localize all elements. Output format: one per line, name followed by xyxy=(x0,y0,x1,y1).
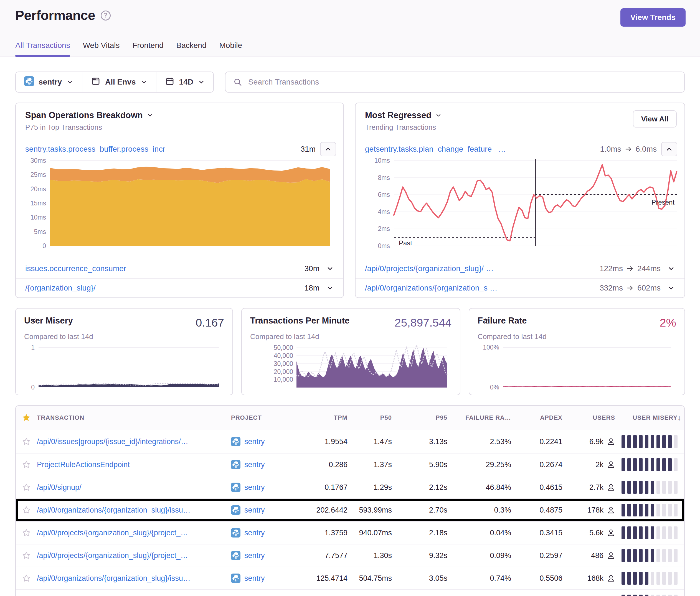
transaction-link[interactable]: /api/0/organizations/{organization_slug}… xyxy=(37,574,191,583)
svg-text:40,000: 40,000 xyxy=(274,352,293,359)
table-row: /api/0/issues|groups/{issue_id}/integrat… xyxy=(16,430,684,453)
transaction-link[interactable]: getsentry.tasks.plan_change_feature_ … xyxy=(365,145,596,154)
favorite-toggle[interactable] xyxy=(16,528,37,538)
misery-bar xyxy=(622,458,625,471)
favorites-column-header[interactable] xyxy=(16,413,37,423)
tab-bar: All TransactionsWeb VitalsFrontendBacken… xyxy=(15,41,242,56)
project-selector[interactable]: sentry xyxy=(16,72,82,92)
table-row xyxy=(16,589,684,596)
tpm-cell: 0.286 xyxy=(300,461,350,469)
view-all-button[interactable]: View All xyxy=(633,110,677,128)
p95-cell: 3.13s xyxy=(395,437,450,446)
p95-cell: 2.12s xyxy=(395,483,450,492)
table-row: /api/0/projects/{organization_slug}/{pro… xyxy=(16,521,684,544)
page-filter-group: sentry All Envs 14D xyxy=(15,72,214,93)
misery-bar xyxy=(674,481,678,494)
expand-chevron[interactable] xyxy=(665,265,677,273)
tab-backend[interactable]: Backend xyxy=(176,41,207,56)
chevron-up-icon xyxy=(324,145,332,153)
transaction-link[interactable]: /api/0/organizations/{organization_slug}… xyxy=(37,506,191,515)
column-header-project[interactable]: PROJECT xyxy=(231,414,300,421)
tpm-title-dropdown[interactable]: Transactions Per Minute xyxy=(250,316,349,326)
expand-chevron[interactable] xyxy=(324,265,336,273)
favorite-toggle[interactable] xyxy=(16,437,37,446)
transaction-cell: /api/0/organizations/{organization_slug}… xyxy=(37,506,231,515)
misery-bar xyxy=(662,595,666,596)
span-ops-title-dropdown[interactable]: Span Operations Breakdown xyxy=(25,110,334,120)
column-header-p95[interactable]: P95 xyxy=(395,414,450,421)
project-link[interactable]: sentry xyxy=(244,529,265,537)
collapse-button[interactable] xyxy=(320,142,336,156)
column-header-transaction[interactable]: TRANSACTION xyxy=(37,414,231,421)
date-range-selector[interactable]: 14D xyxy=(156,72,213,92)
mini-widgets-row: User Misery 0.167 Compared to last 14d 1… xyxy=(15,308,685,395)
misery-bar xyxy=(645,595,648,596)
table-body: /api/0/issues|groups/{issue_id}/integrat… xyxy=(16,430,684,596)
expand-chevron[interactable] xyxy=(324,284,336,292)
misery-bar xyxy=(645,549,648,562)
favorite-toggle[interactable] xyxy=(16,551,37,560)
p50-cell: 593.99ms xyxy=(350,506,395,515)
column-header-users[interactable]: USERS xyxy=(565,414,618,421)
favorite-toggle[interactable] xyxy=(16,483,37,492)
search-box xyxy=(225,72,685,93)
misery-bar xyxy=(627,526,631,539)
transaction-link[interactable]: /api/0/projects/{organization_slug}/{pro… xyxy=(37,551,188,560)
transaction-link[interactable]: /api/0/projects/{organization_slug}/ … xyxy=(365,264,595,273)
search-input[interactable] xyxy=(248,77,676,87)
favorite-toggle[interactable] xyxy=(16,506,37,515)
misery-bar xyxy=(651,458,654,471)
transaction-link[interactable]: sentry.tasks.process_buffer.process_incr xyxy=(25,145,296,154)
tab-all-transactions[interactable]: All Transactions xyxy=(15,41,70,56)
tab-mobile[interactable]: Mobile xyxy=(219,41,242,56)
date-range-label: 14D xyxy=(179,78,193,86)
transaction-link[interactable]: /{organization_slug}/ xyxy=(25,284,300,292)
tpm-cell: 7.7577 xyxy=(300,551,350,560)
expand-chevron[interactable] xyxy=(665,284,677,292)
svg-text:10ms: 10ms xyxy=(374,157,390,164)
project-link[interactable]: sentry xyxy=(244,461,265,469)
table-row: /api/0/organizations/{organization_slug}… xyxy=(16,567,684,589)
transaction-link[interactable]: /api/0/organizations/{organization_s … xyxy=(365,284,595,292)
misery-bar xyxy=(622,526,625,539)
transaction-link[interactable]: issues.occurrence_consumer xyxy=(25,264,300,273)
environment-selector[interactable]: All Envs xyxy=(82,72,156,92)
transaction-link[interactable]: /api/0/projects/{organization_slug}/{pro… xyxy=(37,529,188,537)
misery-bar xyxy=(633,572,637,585)
project-link[interactable]: sentry xyxy=(244,574,265,583)
help-icon[interactable]: ? xyxy=(101,10,111,21)
duration-value: 18m xyxy=(304,284,320,292)
misery-bar xyxy=(674,435,678,448)
failure-rate-title-dropdown[interactable]: Failure Rate xyxy=(478,316,527,326)
view-trends-button[interactable]: View Trends xyxy=(620,8,685,27)
user-icon xyxy=(607,551,615,560)
column-header-apdex[interactable]: APDEX xyxy=(514,414,565,421)
misery-bar xyxy=(627,481,631,494)
transactions-table: TRANSACTIONPROJECTTPMP50P95FAILURE RA…AP… xyxy=(15,405,685,596)
column-header-user-misery[interactable]: USER MISERY ↓ xyxy=(618,414,684,422)
svg-text:20ms: 20ms xyxy=(30,185,46,193)
arrow-right-icon xyxy=(625,145,632,153)
tab-web-vitals[interactable]: Web Vitals xyxy=(83,41,120,56)
column-header-failure-ra-[interactable]: FAILURE RA… xyxy=(450,414,514,421)
transaction-link[interactable]: ProjectRuleActionsEndpoint xyxy=(37,461,130,469)
most-regressed-chart[interactable]: 10ms8ms6ms4ms2ms0msPastPresent xyxy=(363,157,679,250)
collapse-button[interactable] xyxy=(661,142,677,156)
project-link[interactable]: sentry xyxy=(244,437,265,446)
column-header-tpm[interactable]: TPM xyxy=(300,414,350,421)
column-header-p50[interactable]: P50 xyxy=(350,414,395,421)
project-link[interactable]: sentry xyxy=(244,483,265,492)
favorite-toggle[interactable] xyxy=(16,460,37,469)
project-link[interactable]: sentry xyxy=(244,551,265,560)
apdex-cell: 0.2241 xyxy=(514,437,565,446)
span-ops-chart[interactable]: 30ms25ms20ms15ms10ms5ms0 xyxy=(24,157,332,250)
favorite-toggle[interactable] xyxy=(16,574,37,583)
failure-rate-cell: 29.25% xyxy=(450,461,514,469)
user-misery-title-dropdown[interactable]: User Misery xyxy=(24,316,73,326)
user-misery-chart: 10 xyxy=(22,343,224,392)
transaction-link[interactable]: /api/0/signup/ xyxy=(37,483,81,492)
tab-frontend[interactable]: Frontend xyxy=(132,41,164,56)
project-link[interactable]: sentry xyxy=(244,506,265,515)
most-regressed-title-dropdown[interactable]: Most Regressed xyxy=(365,110,675,120)
transaction-link[interactable]: /api/0/issues|groups/{issue_id}/integrat… xyxy=(37,437,188,446)
